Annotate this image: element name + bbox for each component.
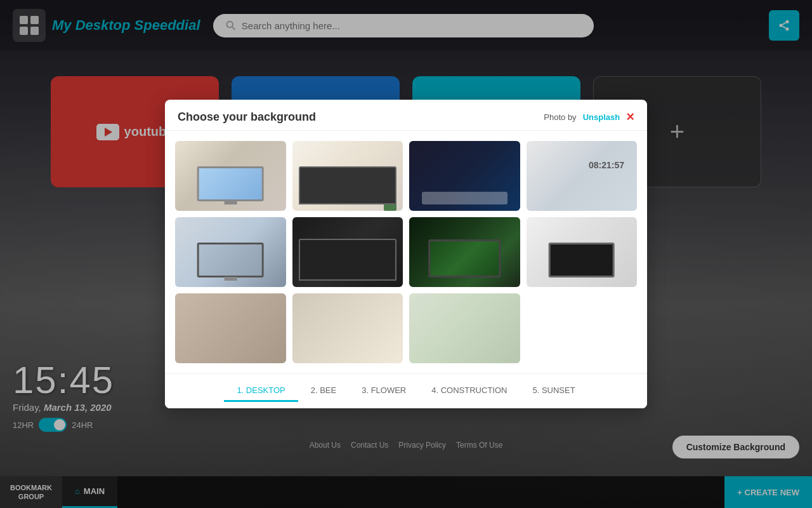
tab-sunset[interactable]: 5. SUNSET [520,380,587,402]
thumbnail-8[interactable] [527,217,638,287]
photo-by-label: Photo by [544,112,576,122]
thumbnail-2[interactable] [292,141,403,211]
monitor-decoration [197,166,264,201]
thumbnail-6[interactable] [292,217,403,287]
modal-overlay: Choose your background Photo by Unsplash… [0,0,812,508]
image-grid: 08:21:57 [175,141,637,363]
tab-construction[interactable]: 4. CONSTRUCTION [419,380,520,402]
tab-desktop[interactable]: 1. DESKTOP [224,380,298,402]
laptop-decoration [299,166,397,205]
modal-tabs: 1. DESKTOP 2. BEE 3. FLOWER 4. CONSTRUCT… [165,373,647,408]
green-screen-decoration [429,239,501,278]
thumbnail-7[interactable] [409,217,520,287]
thumbnail-3[interactable] [409,141,520,211]
modal-image-grid-container: 08:21:57 [165,131,647,373]
thumbnail-4[interactable]: 08:21:57 [527,141,638,211]
thumbnail-11[interactable] [409,293,520,363]
modal-title: Choose your background [178,110,316,124]
keyboard-decoration [422,192,508,204]
clock-decoration: 08:21:57 [589,160,624,170]
thumbnail-1[interactable] [175,141,286,211]
modal-header-right: Photo by Unsplash × [544,110,634,124]
modal-close-button[interactable]: × [626,110,634,124]
imac-decoration [197,243,264,277]
thumbnail-5[interactable] [175,217,286,287]
background-chooser-modal: Choose your background Photo by Unsplash… [165,100,647,408]
thumbnail-9[interactable] [175,293,286,363]
dark-laptop-decoration [299,239,397,281]
thumbnail-10[interactable] [292,293,403,363]
tab-bee[interactable]: 2. BEE [298,380,349,402]
tab-flower[interactable]: 3. FLOWER [349,380,419,402]
modal-header: Choose your background Photo by Unsplash… [165,100,647,131]
creative-decoration [548,243,615,277]
unsplash-link[interactable]: Unsplash [583,112,620,122]
